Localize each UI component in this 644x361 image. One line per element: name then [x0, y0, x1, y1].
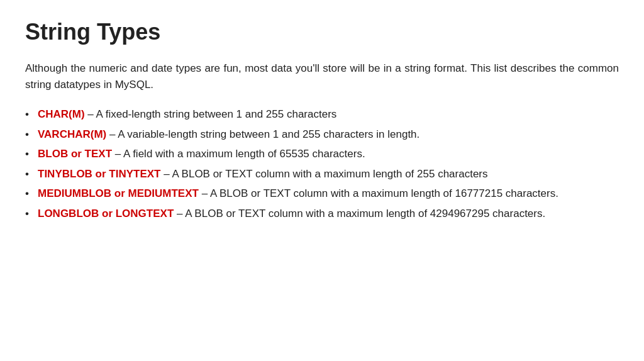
keyword-5: LONGBLOB or LONGTEXT — [38, 208, 174, 219]
keyword-4: MEDIUMBLOB or MEDIUMTEXT — [38, 187, 199, 199]
intro-text: Although the numeric and date types are … — [25, 60, 619, 92]
list-item: BLOB or TEXT – A field with a maximum le… — [25, 146, 619, 162]
list-item: TINYBLOB or TINYTEXT – A BLOB or TEXT co… — [25, 166, 619, 182]
description-2: – A field with a maximum length of 65535… — [112, 148, 365, 160]
list-item: CHAR(M) – A fixed-length string between … — [25, 106, 619, 123]
keyword-3: TINYBLOB or TINYTEXT — [38, 168, 161, 180]
keyword-1: VARCHAR(M) — [38, 128, 106, 140]
list-item: LONGBLOB or LONGTEXT – A BLOB or TEXT co… — [25, 206, 619, 222]
description-4: – A BLOB or TEXT column with a maximum l… — [199, 187, 558, 199]
page-title: String Types — [25, 19, 619, 45]
slide: String Types Although the numeric and da… — [0, 0, 644, 361]
list-item: VARCHAR(M) – A variable-length string be… — [25, 126, 619, 143]
keyword-0: CHAR(M) — [38, 108, 85, 120]
description-1: – A variable-length string between 1 and… — [106, 128, 419, 140]
description-5: – A BLOB or TEXT column with a maximum l… — [174, 208, 545, 219]
list-item: MEDIUMBLOB or MEDIUMTEXT – A BLOB or TEX… — [25, 186, 619, 202]
items-list: CHAR(M) – A fixed-length string between … — [25, 106, 619, 221]
keyword-2: BLOB or TEXT — [38, 148, 112, 160]
description-3: – A BLOB or TEXT column with a maximum l… — [161, 168, 488, 180]
description-0: – A fixed-length string between 1 and 25… — [85, 108, 337, 120]
